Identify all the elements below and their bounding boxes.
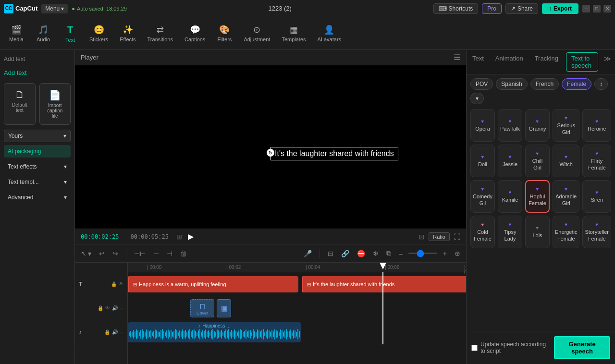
filter-more[interactable]: ▾ xyxy=(470,93,484,104)
minimize-button[interactable]: – xyxy=(582,5,590,12)
voice-card-lois[interactable]: ♥ Lois xyxy=(525,216,550,248)
video-track-audio[interactable]: 🔊 xyxy=(112,305,118,311)
player-menu-icon[interactable]: ☰ xyxy=(454,53,460,62)
text-track-lock[interactable]: 🔒 xyxy=(111,281,117,287)
ratio-button[interactable]: Ratio xyxy=(429,232,450,241)
rotate-handle[interactable]: ↻ xyxy=(267,149,274,157)
audio-track-lock[interactable]: 🔒 xyxy=(104,329,110,335)
add-text-button[interactable]: Add text xyxy=(4,67,71,78)
tab-text[interactable]: Text xyxy=(467,50,490,74)
voice-card-opera[interactable]: ♥ Opera xyxy=(470,109,495,142)
tool-templates[interactable]: ▦ Templates xyxy=(277,22,310,45)
text-track-visibility[interactable]: 👁 xyxy=(119,281,123,287)
voice-card-tipsy-lady[interactable]: ♥ Tipsy Lady xyxy=(498,216,522,248)
unlink-button[interactable]: ⛔ xyxy=(355,248,367,259)
import-caption-tile[interactable]: 📄 Import caption file xyxy=(39,83,71,125)
freeze-button[interactable]: ❄ xyxy=(371,248,381,259)
voice-card-pawtalk[interactable]: ♥ PawTalk xyxy=(498,109,522,142)
shortcuts-button[interactable]: ⌨ Shortcuts xyxy=(433,3,479,14)
text-overlay[interactable]: It's the laughter shared with friends xyxy=(271,147,398,160)
voice-card-serious-girl[interactable]: ♥ Serious Girl xyxy=(553,109,579,142)
trim-left-button[interactable]: ⊢ xyxy=(151,248,161,259)
advanced-button[interactable]: Advanced ▾ xyxy=(4,191,71,204)
tab-more-button[interactable]: ≫ xyxy=(600,50,615,74)
filter-pov[interactable]: POV xyxy=(470,78,493,90)
maximize-button[interactable]: □ xyxy=(593,5,601,12)
magnetic-button[interactable]: ⊟ xyxy=(326,248,335,259)
filter-female[interactable]: Female xyxy=(562,78,591,90)
export-button[interactable]: ↑ Export xyxy=(542,3,578,14)
close-button[interactable]: ✕ xyxy=(603,5,611,12)
voice-card-witch[interactable]: ♥ Witch xyxy=(553,145,579,177)
delete-button[interactable]: 🗑 xyxy=(178,248,189,259)
voice-card-granny[interactable]: ♥ Granny xyxy=(525,109,550,142)
voice-card-doll[interactable]: ♥ Doll xyxy=(470,145,495,177)
fit-timeline-button[interactable]: ⊕ xyxy=(453,248,462,259)
tab-animation[interactable]: Animation xyxy=(490,50,529,74)
video-track-more[interactable]: ··· xyxy=(120,305,123,311)
cover-clip[interactable]: ⊓ Cover xyxy=(190,299,214,317)
video-track-lock[interactable]: 🔒 xyxy=(98,305,103,311)
tool-ai-avatars[interactable]: 👤 AI avatars xyxy=(313,22,346,45)
voice-card-storyteller-female[interactable]: ♥ Storyteller Female xyxy=(582,216,611,248)
tool-audio[interactable]: 🎵 Audio xyxy=(31,22,56,45)
voice-card-siren[interactable]: ♥ Siren xyxy=(582,180,611,213)
voice-card-hopful-female[interactable]: ♥ Hopful Female xyxy=(525,180,550,213)
filter-spanish[interactable]: Spanish xyxy=(496,78,527,90)
voice-card-kamile[interactable]: ♥ Kamile xyxy=(498,180,522,213)
undo-button[interactable]: ↩ xyxy=(97,248,107,259)
voice-card-heroine[interactable]: ♥ Heroine xyxy=(582,109,611,142)
voice-card-jessie[interactable]: ♥ Jessie xyxy=(498,145,522,177)
pro-button[interactable]: Pro xyxy=(482,3,502,14)
voice-card-adorable-girl[interactable]: ♥ Adorable Girl xyxy=(553,180,579,213)
duplicate-button[interactable]: ⧉ xyxy=(384,247,393,259)
voice-card-energetic-female[interactable]: ♥ Energetic Female xyxy=(553,216,579,248)
yours-dropdown[interactable]: Yours ▾ xyxy=(4,130,71,142)
zoom-out-tl[interactable]: – xyxy=(397,248,405,259)
zoom-fit-icon[interactable]: ⊡ xyxy=(419,233,425,241)
video-track-visibility[interactable]: 👁 xyxy=(105,305,110,311)
tool-text[interactable]: T Text xyxy=(58,22,83,46)
audio-track-more[interactable]: ··· xyxy=(120,329,123,335)
play-button[interactable]: ▶ xyxy=(188,232,194,241)
tool-stickers[interactable]: 😊 Stickers xyxy=(85,22,113,45)
player-content[interactable]: It's the laughter shared with friends ↻ xyxy=(75,65,466,229)
trim-right-button[interactable]: ⊣ xyxy=(165,248,174,259)
audio-clip[interactable]: ♪ Happiness ... xyxy=(128,322,301,342)
audio-track-audio[interactable]: 🔊 xyxy=(112,329,118,335)
update-speech-checkbox[interactable] xyxy=(471,345,478,351)
filter-french[interactable]: French xyxy=(530,78,559,90)
playhead[interactable] xyxy=(382,272,383,344)
tool-adjustment[interactable]: ⊙ Adjustment xyxy=(239,22,275,45)
zoom-in-tl[interactable]: + xyxy=(441,248,449,259)
tool-transitions[interactable]: ⇄ Transitions xyxy=(143,22,178,45)
update-speech-checkbox-label[interactable]: Update speech according to script xyxy=(471,341,549,354)
voice-card-cold-female[interactable]: ♥ Cold Female xyxy=(470,216,495,248)
text-template-button[interactable]: Text templ... ▾ xyxy=(4,176,71,188)
filter-sort[interactable]: ↕ xyxy=(594,78,608,90)
text-clip-2[interactable]: ⊟ It's the laughter shared with friends xyxy=(302,276,466,292)
zoom-slider[interactable] xyxy=(408,253,437,254)
voice-card-flirty-female[interactable]: ♥ Flirty Female xyxy=(582,145,611,177)
default-text-tile[interactable]: 🗋 Default text xyxy=(4,83,36,125)
link-button[interactable]: 🔗 xyxy=(339,248,351,259)
mic-button[interactable]: 🎤 xyxy=(302,248,314,259)
share-button[interactable]: ↗ Share xyxy=(505,3,538,14)
voice-card-comedy-gil[interactable]: ♥ Comedy Gil xyxy=(470,180,495,213)
text-effects-button[interactable]: Text effects ▾ xyxy=(4,160,71,173)
menu-button[interactable]: Menu ▾ xyxy=(41,4,68,13)
generate-speech-button[interactable]: Generate speech xyxy=(554,336,610,359)
select-tool[interactable]: ↖ ▾ xyxy=(79,248,93,259)
text-clip-1[interactable]: ⊟ Happiness is a warm, uplifting feeling… xyxy=(128,276,298,292)
tool-filters[interactable]: 🎨 Filters xyxy=(212,22,237,45)
fullscreen-icon[interactable]: ⛶ xyxy=(454,233,460,241)
split-button[interactable]: ⊣⊢ xyxy=(132,248,148,259)
tab-text-to-speech[interactable]: Text to speech xyxy=(566,52,598,72)
voice-card-chill-girl[interactable]: ♥ Chill Girl xyxy=(525,145,550,177)
redo-button[interactable]: ↪ xyxy=(111,248,120,259)
ai-packaging-button[interactable]: AI packaging xyxy=(4,145,71,158)
tool-captions[interactable]: 💬 Captions xyxy=(180,22,210,45)
thumb-clip[interactable]: ▣ xyxy=(217,299,231,317)
tool-media[interactable]: 🎬 Media xyxy=(4,22,29,45)
tool-effects[interactable]: ✨ Effects xyxy=(115,22,140,45)
